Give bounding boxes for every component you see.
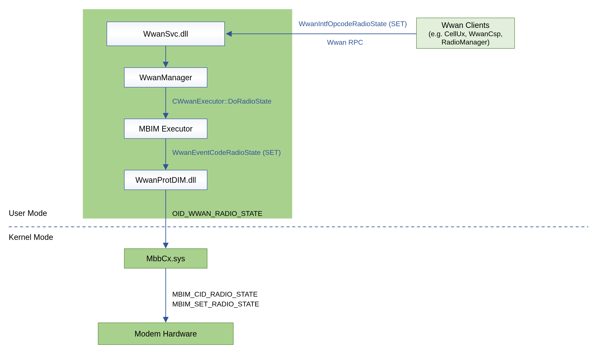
mbbcx-label: MbbCx.sys: [146, 254, 185, 263]
diagram-canvas: Wwan Clients (e.g. CellUx, WwanCsp, Radi…: [0, 0, 597, 364]
wwan-clients-sub2: RadioManager): [441, 38, 490, 46]
modem-hardware-box: Modem Hardware: [98, 323, 233, 345]
label-rpc-bottom: Wwan RPC: [327, 38, 363, 46]
label-oid: OID_WWAN_RADIO_STATE: [172, 210, 263, 217]
wwan-clients-box: Wwan Clients (e.g. CellUx, WwanCsp, Radi…: [416, 18, 515, 48]
mbim-executor-box: MBIM Executor: [124, 119, 207, 138]
wwanmanager-label: WwanManager: [139, 73, 192, 82]
wwansvc-box: WwanSvc.dll: [107, 22, 225, 46]
mbbcx-box: MbbCx.sys: [124, 249, 207, 268]
wwanprotdim-box: WwanProtDIM.dll: [124, 170, 207, 190]
wwan-clients-sub1: (e.g. CellUx, WwanCsp,: [428, 30, 503, 38]
mbim-executor-label: MBIM Executor: [139, 124, 193, 133]
wwan-clients-title: Wwan Clients: [441, 21, 489, 30]
user-mode-label: User Mode: [9, 209, 47, 218]
label-event-code: WwanEventCodeRadioState (SET): [172, 149, 281, 156]
label-mbim2: MBIM_SET_RADIO_STATE: [172, 300, 259, 308]
wwanprotdim-label: WwanProtDIM.dll: [135, 175, 196, 184]
label-rpc-top: WwanIntfOpcodeRadioState (SET): [299, 20, 407, 28]
label-mbim1: MBIM_CID_RADIO_STATE: [172, 290, 258, 298]
label-exec-call: CWwanExecutor::DoRadioState: [172, 97, 271, 105]
kernel-mode-label: Kernel Mode: [9, 233, 53, 242]
wwansvc-label: WwanSvc.dll: [143, 29, 188, 38]
modem-hardware-label: Modem Hardware: [134, 329, 197, 338]
wwanmanager-box: WwanManager: [124, 68, 207, 87]
